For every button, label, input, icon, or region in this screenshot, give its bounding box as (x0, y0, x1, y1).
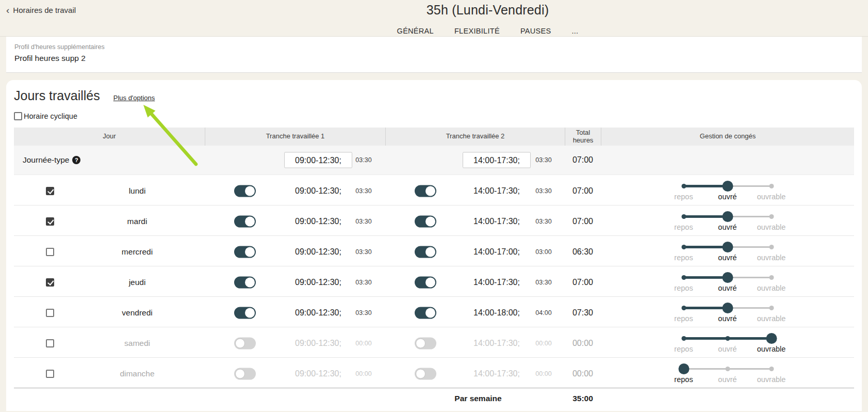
header-slot2: Tranche travaillée 2 (385, 128, 565, 146)
slot1-time: 09:00-12:30; (295, 339, 341, 348)
day-checkbox[interactable] (46, 370, 54, 378)
slider-dot-ouvre[interactable] (725, 336, 730, 341)
slider-dot-ouvrable[interactable] (769, 214, 774, 219)
slider-label-ouvre: ouvré (718, 223, 736, 231)
leave-slider[interactable]: repos ouvré ouvrable (682, 362, 774, 389)
cyclic-schedule-option[interactable]: Horaire cyclique (14, 112, 77, 120)
slider-dot-ouvrable[interactable] (769, 367, 774, 371)
total-hours: 07:00 (572, 278, 593, 287)
day-checkbox[interactable] (46, 217, 54, 226)
more-options-link[interactable]: Plus d'options (113, 94, 155, 102)
slider-dot-repos[interactable] (681, 275, 686, 280)
slider-label-ouvrable: ouvrable (757, 314, 786, 323)
slider-dot-ouvrable[interactable] (769, 275, 774, 280)
header-slot1: Tranche travaillée 1 (205, 128, 385, 146)
slot2-time: 14:00-17:30; (473, 339, 520, 348)
slider-dot-ouvrable[interactable] (769, 245, 774, 249)
tab-pauses[interactable]: PAUSES (519, 25, 552, 37)
leave-slider[interactable]: repos ouvré ouvrable (682, 332, 774, 359)
slider-knob[interactable] (722, 272, 733, 283)
leave-slider[interactable]: repos ouvré ouvrable (682, 210, 774, 237)
slider-dot-repos[interactable] (681, 184, 686, 188)
app-header: ‹ Horaires de travail 35h (Lundi-Vendred… (0, 0, 868, 37)
tab-general[interactable]: GÉNÉRAL (396, 25, 435, 37)
leave-slider[interactable]: repos ouvré ouvrable (682, 302, 774, 328)
day-label: jeudi (129, 278, 146, 287)
slider-dot-ouvrable[interactable] (769, 184, 774, 188)
toggle-knob (416, 369, 425, 378)
slider-label-repos: repos (674, 223, 693, 231)
slot2-time: 14:00-17:30; (473, 186, 520, 196)
table-row: lundi 09:00-12:30; 03:30 14:00-17:30; 03… (14, 175, 854, 205)
leave-slider[interactable]: repos ouvré ouvrable (682, 180, 774, 207)
total-hours: 07:00 (572, 186, 593, 196)
table-row: samedi 09:00-12:30; 00:00 14:00-17:30; 0… (14, 327, 854, 358)
tab-more[interactable]: ... (570, 25, 579, 37)
slider-label-ouvrable: ouvrable (757, 284, 786, 292)
slider-dot-ouvre[interactable] (725, 367, 730, 371)
template-total-hours: 07:00 (572, 155, 593, 165)
slider-label-repos: repos (674, 375, 693, 384)
tab-bar: GÉNÉRALFLEXIBILITÉPAUSES... (396, 25, 580, 37)
slot1-duration: 03:30 (355, 279, 371, 286)
slot1-toggle[interactable] (234, 276, 256, 288)
slot2-toggle[interactable] (415, 307, 436, 319)
slot2-time: 14:00-17:00; (473, 247, 520, 257)
table-footer-row: Par semaine 35:00 (14, 388, 854, 408)
cyclic-checkbox[interactable] (14, 112, 22, 120)
toggle-knob (425, 308, 435, 318)
leave-slider[interactable]: repos ouvré ouvrable (682, 271, 774, 298)
leave-slider[interactable]: repos ouvré ouvrable (682, 241, 774, 267)
toggle-knob (245, 247, 255, 257)
slot2-toggle[interactable] (415, 368, 436, 379)
template-slot2-input[interactable] (463, 152, 531, 168)
slider-knob[interactable] (678, 363, 689, 374)
slot1-toggle[interactable] (234, 215, 256, 227)
template-slot2-duration: 03:30 (535, 156, 551, 164)
slot1-toggle[interactable] (234, 246, 256, 258)
table-row: vendredi 09:00-12:30; 03:30 14:00-18:00;… (14, 297, 854, 327)
slider-dot-repos[interactable] (681, 306, 686, 310)
tab-flexibilite[interactable]: FLEXIBILITÉ (453, 25, 501, 37)
day-checkbox[interactable] (46, 339, 54, 347)
slider-label-ouvre: ouvré (718, 253, 736, 262)
slider-dot-repos[interactable] (681, 336, 686, 341)
slider-dot-ouvrable[interactable] (769, 306, 774, 310)
slider-label-ouvrable: ouvrable (757, 375, 786, 384)
slot2-toggle[interactable] (415, 337, 436, 349)
slot1-time: 09:00-12:30; (295, 247, 341, 257)
cyclic-label: Horaire cyclique (24, 112, 77, 120)
slot2-toggle[interactable] (415, 276, 436, 288)
slot1-toggle[interactable] (234, 307, 256, 319)
header-day: Jour (14, 128, 205, 146)
schedule-table: Jour Tranche travaillée 1 Tranche travai… (14, 128, 854, 408)
per-week-label: Par semaine (454, 394, 501, 403)
slot1-toggle[interactable] (234, 337, 256, 349)
template-slot1-input[interactable] (284, 152, 352, 168)
slider-dot-repos[interactable] (681, 245, 686, 249)
help-icon[interactable]: ? (72, 156, 80, 164)
slider-dot-repos[interactable] (681, 214, 686, 219)
day-checkbox[interactable] (46, 278, 54, 287)
slider-knob[interactable] (722, 181, 733, 192)
slider-knob[interactable] (722, 211, 733, 222)
day-checkbox[interactable] (46, 248, 54, 256)
day-checkbox[interactable] (46, 309, 54, 317)
slider-knob[interactable] (722, 303, 733, 313)
slider-knob[interactable] (766, 333, 777, 344)
total-hours: 00:00 (572, 339, 593, 348)
slider-label-ouvre: ouvré (718, 345, 736, 353)
slot2-toggle[interactable] (415, 185, 436, 197)
toggle-knob (425, 216, 435, 226)
slot2-duration: 04:00 (535, 309, 551, 316)
toggle-knob (235, 369, 245, 378)
slot2-toggle[interactable] (415, 246, 436, 258)
slot1-duration: 03:30 (355, 309, 371, 316)
header-leave: Gestion de congés (601, 128, 854, 146)
day-label: lundi (129, 186, 146, 196)
slot1-toggle[interactable] (234, 368, 256, 379)
slot2-toggle[interactable] (415, 215, 436, 227)
day-checkbox[interactable] (46, 187, 54, 195)
slider-knob[interactable] (722, 242, 733, 252)
slot1-toggle[interactable] (234, 185, 256, 197)
